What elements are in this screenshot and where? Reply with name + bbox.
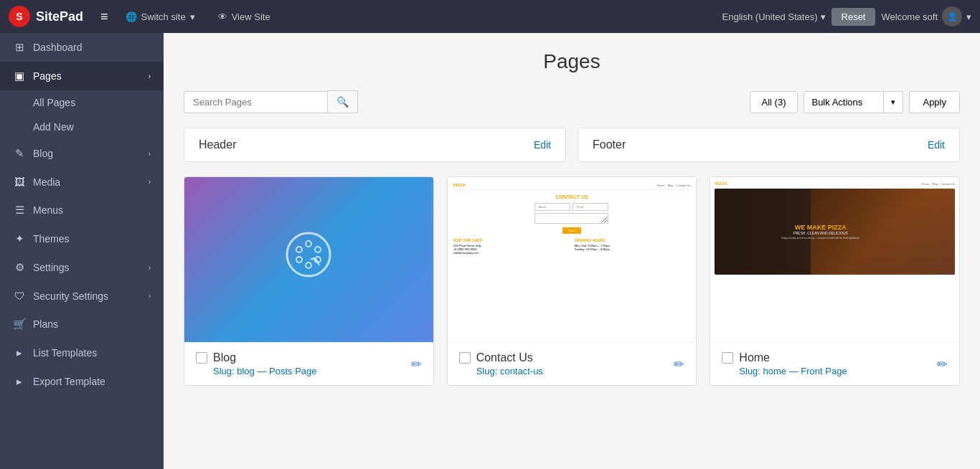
blog-card-info: Blog Slug: blog — Posts Page ✏ <box>184 342 433 385</box>
blog-thumbnail <box>184 177 433 342</box>
bulk-actions-wrap: Bulk Actions ▾ <box>804 91 903 113</box>
blog-checkbox[interactable] <box>196 352 207 364</box>
home-edit-icon[interactable]: ✏ <box>937 356 948 372</box>
settings-icon: ⚙ <box>13 261 26 274</box>
dashboard-icon: ⊞ <box>13 41 26 54</box>
svg-point-5 <box>306 262 311 268</box>
user-avatar: 👤 <box>942 6 962 27</box>
toolbar-right: All (3) Bulk Actions ▾ Apply <box>750 91 960 113</box>
home-thumbnail: PIZZA HomeBlogContact Us WE MAKE PIZZA F… <box>710 177 959 342</box>
switch-site-link[interactable]: 🌐 Switch site ▾ <box>120 9 201 25</box>
home-card-info: Home Slug: home — Front Page ✏ <box>710 342 959 385</box>
sidebar-item-export-template[interactable]: ▸ Export Template <box>0 367 164 396</box>
footer-bar: Footer Edit <box>578 128 960 162</box>
bulk-actions-select[interactable]: Bulk Actions <box>804 91 884 113</box>
user-icon: 👤 <box>947 11 958 22</box>
header-footer-bars: Header Edit Footer Edit <box>184 128 960 162</box>
sidebar-item-dashboard[interactable]: ⊞ Dashboard <box>0 33 164 62</box>
blog-page-name: Blog <box>213 351 236 364</box>
sidebar-label-list-templates: List Templates <box>33 347 97 359</box>
sidebar-label-dashboard: Dashboard <box>33 42 83 53</box>
page-title: Pages <box>184 50 960 73</box>
page-card-home: PIZZA HomeBlogContact Us WE MAKE PIZZA F… <box>710 176 960 386</box>
header-label: Header <box>199 138 236 151</box>
blog-slug: Slug: blog — Posts Page <box>196 366 317 376</box>
header-edit-link[interactable]: Edit <box>534 139 551 151</box>
svg-point-3 <box>315 247 321 252</box>
search-input[interactable] <box>184 91 327 113</box>
hamburger-icon[interactable]: ≡ <box>100 9 108 24</box>
search-wrap: 🔍 <box>184 90 358 113</box>
media-chevron: › <box>149 178 151 186</box>
bulk-actions-chevron[interactable]: ▾ <box>884 91 903 113</box>
eye-icon: 👁 <box>218 11 227 22</box>
sidebar-item-plans[interactable]: 🛒 Plans <box>0 310 164 338</box>
sidebar-item-settings[interactable]: ⚙ Settings › <box>0 253 164 282</box>
sidebar-label-blog: Blog <box>33 148 53 159</box>
pages-toolbar: 🔍 All (3) Bulk Actions ▾ Apply <box>184 90 960 113</box>
pages-grid: Blog Slug: blog — Posts Page ✏ PIZZA Hom… <box>184 176 960 386</box>
logo-icon: S <box>9 6 30 27</box>
list-templates-icon: ▸ <box>13 346 26 359</box>
sidebar-label-media: Media <box>33 176 60 188</box>
pages-chevron: › <box>149 72 151 80</box>
user-chevron: ▾ <box>966 11 971 22</box>
sidebar-label-settings: Settings <box>33 262 70 273</box>
sidebar-item-security-settings[interactable]: 🛡 Security Settings › <box>0 282 164 310</box>
footer-label: Footer <box>593 138 626 151</box>
contact-name-wrap: Contact Us Slug: contact-us <box>459 351 543 376</box>
sidebar-item-all-pages[interactable]: All Pages <box>0 90 164 115</box>
sidebar-item-themes[interactable]: ✦ Themes <box>0 224 164 253</box>
home-preview: PIZZA HomeBlogContact Us WE MAKE PIZZA F… <box>710 177 959 342</box>
settings-chevron: › <box>149 264 151 272</box>
blog-icon: ✎ <box>13 147 26 160</box>
home-name-wrap: Home Slug: home — Front Page <box>722 351 847 376</box>
sidebar-label-security: Security Settings <box>33 290 108 302</box>
contact-slug: Slug: contact-us <box>459 366 543 376</box>
sidebar-label-menus: Menus <box>33 204 63 216</box>
switch-site-chevron: ▾ <box>190 11 195 22</box>
pages-icon: ▣ <box>13 70 26 82</box>
svg-point-0 <box>287 233 330 276</box>
page-card-blog: Blog Slug: blog — Posts Page ✏ <box>184 176 434 386</box>
svg-point-2 <box>306 241 311 247</box>
export-template-icon: ▸ <box>13 375 26 388</box>
top-navbar: S SitePad ≡ 🌐 Switch site ▾ 👁 View Site … <box>0 0 980 33</box>
sidebar-item-list-templates[interactable]: ▸ List Templates <box>0 338 164 367</box>
sidebar-item-pages[interactable]: ▣ Pages › <box>0 62 164 90</box>
globe-icon: 🌐 <box>126 11 137 22</box>
main-content: Pages 🔍 All (3) Bulk Actions ▾ Apply <box>164 33 980 469</box>
blog-edit-icon[interactable]: ✏ <box>411 356 422 372</box>
footer-edit-link[interactable]: Edit <box>928 139 945 151</box>
sidebar-item-menus[interactable]: ☰ Menus <box>0 196 164 224</box>
sidebar-item-add-new[interactable]: Add New <box>0 115 164 139</box>
home-page-name: Home <box>739 351 770 364</box>
sidebar-label-themes: Themes <box>33 233 70 245</box>
contact-thumbnail: PIZZA HomeBlogContact Us CONTACT US <box>448 177 697 342</box>
view-site-link[interactable]: 👁 View Site <box>212 9 276 25</box>
contact-page-name: Contact Us <box>476 351 533 364</box>
welcome-user[interactable]: Welcome soft 👤 ▾ <box>881 6 971 27</box>
reset-button[interactable]: Reset <box>831 8 876 26</box>
sidebar-label-pages: Pages <box>33 70 62 82</box>
home-slug: Slug: home — Front Page <box>722 366 847 376</box>
apply-button[interactable]: Apply <box>909 91 960 113</box>
blog-palette-icon <box>283 229 334 290</box>
svg-point-1 <box>296 247 302 252</box>
home-checkbox[interactable] <box>722 352 733 364</box>
app-name: SitePad <box>36 9 83 24</box>
topnav-right: English (United States) ▾ Reset Welcome … <box>722 6 971 27</box>
sidebar-item-blog[interactable]: ✎ Blog › <box>0 139 164 168</box>
sidebar-item-media[interactable]: 🖼 Media › <box>0 168 164 196</box>
media-icon: 🖼 <box>13 176 26 188</box>
contact-edit-icon[interactable]: ✏ <box>674 356 684 372</box>
all-count-button[interactable]: All (3) <box>750 91 798 113</box>
contact-preview: PIZZA HomeBlogContact Us CONTACT US <box>448 177 697 342</box>
contact-card-info: Contact Us Slug: contact-us ✏ <box>448 342 697 385</box>
app-logo: S SitePad <box>9 6 83 27</box>
contact-checkbox[interactable] <box>459 352 471 364</box>
security-chevron: › <box>149 292 151 300</box>
language-selector[interactable]: English (United States) ▾ <box>722 11 826 22</box>
blog-name-wrap: Blog Slug: blog — Posts Page <box>196 351 317 376</box>
search-button[interactable]: 🔍 <box>327 90 358 113</box>
